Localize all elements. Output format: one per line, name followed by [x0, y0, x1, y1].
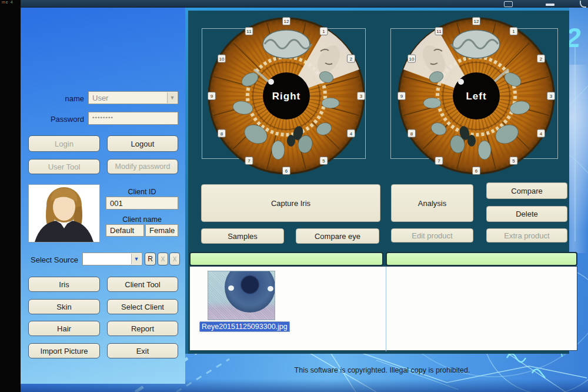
thumbnail-glint-right	[268, 286, 273, 291]
select-source-label: Select Source	[31, 255, 78, 264]
sidebar: name User ▼ Password ******** Login Logo…	[21, 8, 185, 384]
thumbnail-glint-left	[228, 285, 234, 291]
import-picture-button[interactable]: Import Picture	[28, 343, 100, 358]
capture-iris-button[interactable]: Capture Iris	[201, 184, 380, 222]
client-name-field[interactable]: Default	[106, 224, 144, 237]
client-id-field[interactable]: 001	[106, 197, 178, 210]
copyright-text: This software is copyrighted. Illegal co…	[235, 366, 529, 374]
clock-tick-label: 9	[211, 94, 213, 99]
client-photo	[28, 184, 100, 242]
report-button[interactable]: Report	[107, 321, 178, 336]
file-list-divider	[386, 267, 386, 351]
edit-product-button[interactable]: Edit product	[391, 228, 473, 242]
clock-tick-label: 10	[219, 57, 225, 62]
panel-top-highlight	[185, 8, 569, 11]
compare-button[interactable]: Compare	[486, 182, 567, 199]
clock-tick-label: 10	[409, 57, 415, 62]
toolbar-icon-fragment-1[interactable]	[504, 1, 513, 7]
clock-tick-label: 12	[284, 19, 289, 24]
clock-tick-label: 6	[475, 168, 478, 174]
name-label: name	[44, 94, 84, 103]
clock-tick-label: 8	[410, 131, 413, 137]
client-name-label: Client name	[106, 215, 178, 224]
clock-tick-label: 4	[350, 131, 353, 137]
eye-photo-thumbnail[interactable]	[208, 271, 275, 320]
clock-tick-label: 1	[322, 29, 325, 34]
iris-button[interactable]: Iris	[28, 277, 100, 292]
clock-tick-label: 12	[474, 19, 479, 24]
analysis-button[interactable]: Analysis	[391, 184, 473, 222]
exit-button[interactable]: Exit	[107, 343, 178, 358]
compare-eye-button[interactable]: Compare eye	[296, 228, 379, 244]
login-button[interactable]: Login	[28, 135, 100, 152]
username-value: User	[92, 94, 108, 102]
clear-source-button-1[interactable]: X	[158, 253, 168, 265]
modify-password-button[interactable]: Modify password	[107, 159, 178, 174]
clear-source-button-2[interactable]: X	[169, 253, 180, 265]
client-id-label: Client ID	[106, 188, 178, 196]
select-client-button[interactable]: Select Client	[107, 299, 178, 314]
toolbar-icon-fragment-2[interactable]	[580, 1, 586, 8]
iris-chart-left[interactable]: Left 121234567891011	[394, 14, 559, 178]
window-top-strip	[21, 0, 588, 8]
clock-tick-label: 5	[512, 158, 515, 164]
clock-tick-label: 11	[246, 29, 252, 34]
client-tool-button[interactable]: Client Tool	[107, 277, 178, 292]
user-tool-button[interactable]: User Tool	[28, 159, 100, 174]
thumbnail-iris	[225, 271, 275, 313]
skin-button[interactable]: Skin	[28, 299, 100, 314]
chevron-down-icon[interactable]: ▼	[131, 254, 141, 264]
chevron-down-icon[interactable]: ▼	[167, 92, 177, 103]
clock-tick-label: 4	[540, 131, 543, 137]
iris-chart-right[interactable]: Right 121234567891011	[204, 14, 369, 178]
delete-button[interactable]: Delete	[486, 206, 567, 222]
client-gender-field[interactable]: Female	[145, 224, 178, 237]
left-chart-label: Left	[466, 91, 486, 102]
app-screen: 2 This software is copyrighted. Illegal …	[0, 0, 588, 392]
panel-left-highlight	[185, 8, 188, 354]
clock-tick-label: 2	[540, 57, 543, 62]
file-list-header-left[interactable]	[189, 252, 383, 266]
file-list-header-right[interactable]	[386, 252, 577, 266]
logout-button[interactable]: Logout	[107, 135, 178, 152]
password-field[interactable]: ********	[88, 112, 178, 125]
left-black-strip: me 4	[0, 0, 21, 392]
hair-button[interactable]: Hair	[28, 321, 100, 336]
clock-tick-label: 8	[220, 131, 223, 137]
clock-tick-label: 11	[436, 29, 442, 34]
clock-tick-label: 3	[550, 94, 553, 99]
clock-tick-label: 1	[512, 29, 515, 34]
minimize-icon-fragment[interactable]	[546, 4, 554, 6]
clock-tick-label: 7	[437, 158, 440, 164]
clock-tick-label: 2	[350, 57, 353, 62]
password-label: Password	[43, 115, 84, 124]
username-combobox[interactable]: User ▼	[88, 91, 178, 104]
samples-button[interactable]: Samples	[201, 228, 284, 244]
corner-text-fragment: me 4	[2, 0, 14, 4]
clock-tick-label: 9	[400, 94, 403, 99]
extra-product-button[interactable]: Extra product	[486, 228, 567, 242]
right-chart-label: Right	[272, 91, 300, 102]
selected-filename[interactable]: Reye20151125093300.jpg	[199, 321, 290, 332]
clock-tick-label: 5	[322, 158, 325, 164]
source-dropdown[interactable]: ▼	[82, 253, 142, 265]
refresh-source-button[interactable]: R	[145, 253, 156, 265]
clock-tick-label: 6	[285, 168, 288, 174]
avatar	[29, 185, 99, 242]
clock-tick-label: 7	[248, 158, 250, 164]
clock-tick-label: 3	[360, 94, 363, 99]
file-list[interactable]: Reye20151125093300.jpg	[189, 266, 577, 351]
